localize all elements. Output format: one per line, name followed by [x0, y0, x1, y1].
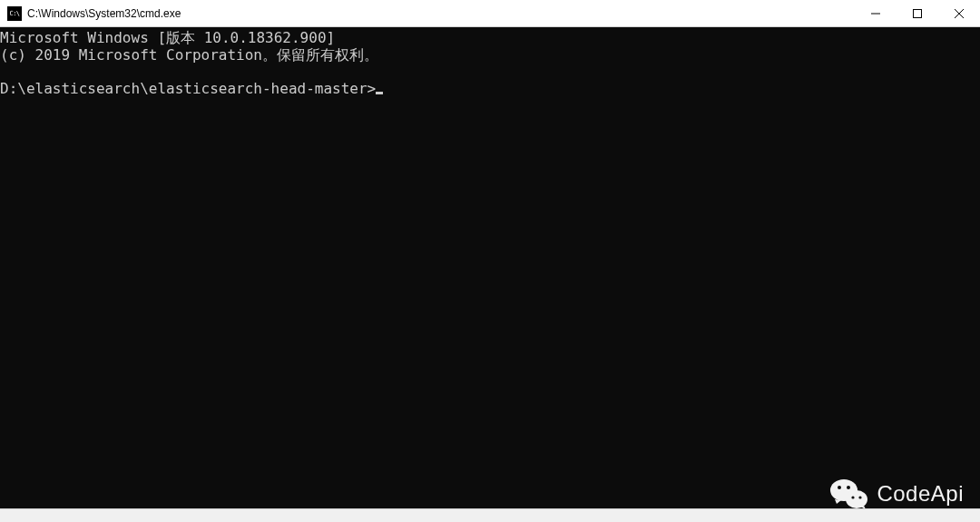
terminal-prompt: D:\elasticsearch\elasticsearch-head-mast…	[0, 80, 980, 97]
cmd-icon: C:\	[7, 6, 22, 21]
terminal-line-copyright: (c) 2019 Microsoft Corporation。保留所有权利。	[0, 46, 980, 64]
background-window-strip	[0, 508, 980, 522]
window-controls	[855, 0, 980, 26]
svg-point-8	[852, 496, 855, 498]
svg-point-5	[838, 486, 841, 489]
close-icon	[955, 9, 964, 18]
cursor	[376, 92, 383, 94]
close-button[interactable]	[938, 0, 980, 26]
window-title: C:\Windows\System32\cmd.exe	[27, 7, 855, 20]
maximize-icon	[913, 9, 922, 18]
minimize-button[interactable]	[855, 0, 897, 26]
wechat-icon	[829, 477, 869, 511]
watermark-text: CodeApi	[877, 481, 964, 507]
svg-rect-1	[914, 9, 922, 17]
svg-point-9	[859, 496, 862, 498]
svg-point-6	[847, 486, 850, 489]
prompt-text: D:\elasticsearch\elasticsearch-head-mast…	[0, 80, 376, 97]
window-titlebar: C:\ C:\Windows\System32\cmd.exe	[0, 0, 980, 27]
cmd-icon-label: C:\	[9, 10, 19, 17]
watermark: CodeApi	[829, 477, 964, 511]
terminal-line-version: Microsoft Windows [版本 10.0.18362.900]	[0, 29, 980, 46]
minimize-icon	[871, 9, 880, 18]
maximize-button[interactable]	[897, 0, 938, 26]
terminal-area[interactable]: Microsoft Windows [版本 10.0.18362.900](c)…	[0, 27, 980, 508]
svg-point-7	[846, 490, 867, 508]
